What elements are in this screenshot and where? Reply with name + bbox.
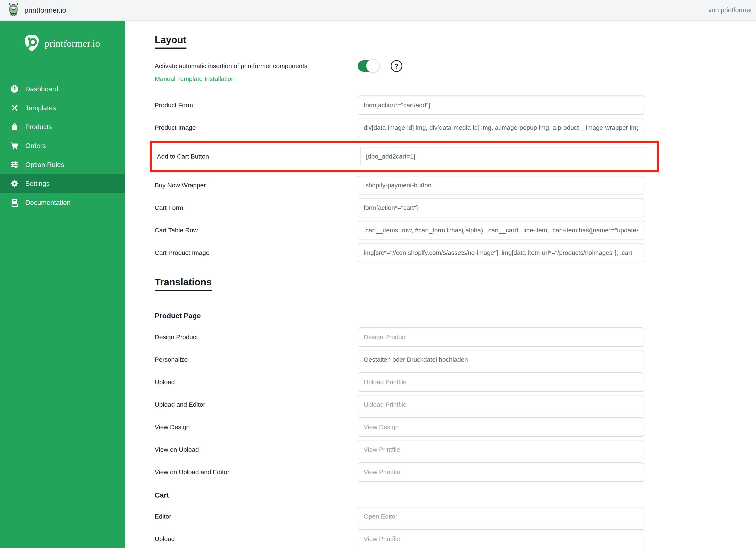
field-label: Personalize [155,356,358,363]
toggle-knob [366,59,380,73]
sidebar: printformer.io Dashboard [0,21,125,548]
sidebar-item-label: Option Rules [25,161,64,169]
form-row-view-on-upload: View on Upload [155,440,756,459]
form-row-view-design: View Design [155,417,756,437]
field-label: Product Form [155,102,358,109]
cart-editor-input[interactable] [358,507,644,526]
gear-icon [10,179,19,188]
view-on-upload-input[interactable] [358,440,644,459]
form-row-product-image: Product Image [155,118,756,137]
field-label: Upload and Editor [155,401,358,408]
translations-section-title: Translations [155,276,212,291]
field-label: View on Upload [155,446,358,453]
form-row-buy-now-wrapper: Buy Now Wrapper [155,176,756,195]
sidebar-item-products[interactable]: Products [0,117,125,136]
sidebar-item-templates[interactable]: Templates [0,98,125,117]
sidebar-brand: printformer.io [0,21,125,53]
header-byline: von printformer [708,6,752,14]
upload-and-editor-input[interactable] [358,395,644,414]
sidebar-item-label: Dashboard [25,85,58,93]
book-icon [10,198,19,207]
sidebar-item-label: Templates [25,104,56,112]
form-row-cart-table-row: Cart Table Row [155,221,756,240]
form-row-upload: Upload [155,372,756,392]
form-row-upload-and-editor: Upload and Editor [155,395,756,414]
sidebar-brand-label: printformer.io [45,38,100,49]
layout-rows: Product Form Product Image Add to Cart B… [155,96,756,263]
field-label: Cart Product Image [155,249,358,256]
personalize-input[interactable] [358,350,644,369]
field-label: Upload [155,378,358,386]
form-row-cart-product-image: Cart Product Image [155,243,756,263]
printformer-logo-icon [23,33,40,53]
sidebar-item-label: Products [25,123,52,131]
group-cart: Cart Editor Upload Upload and Editor [155,491,756,548]
auto-insert-toggle[interactable] [358,60,378,72]
shopping-bag-icon [10,122,19,131]
manual-template-installation-link[interactable]: Manual Template Installation [155,75,235,82]
field-label: Add to Cart Button [157,153,360,160]
sidebar-nav: Dashboard Templates [0,80,125,212]
cart-icon [10,141,19,150]
form-row-product-form: Product Form [155,96,756,115]
view-design-input[interactable] [358,417,644,437]
highlight-frame: Add to Cart Button [150,141,659,172]
field-label: View on Upload and Editor [155,468,358,476]
header-brand: printformer.io [8,3,66,17]
form-row-design-product: Design Product [155,327,756,347]
sidebar-item-orders[interactable]: Orders [0,136,125,155]
product-image-input[interactable] [358,118,644,137]
sidebar-item-label: Settings [25,180,50,188]
field-label: Product Image [155,124,358,131]
main-content: Layout Activate automatic insertion of p… [125,21,756,548]
product-form-input[interactable] [358,96,644,115]
translations-section: Translations Product Page Design Product… [155,276,756,548]
field-label: Cart Form [155,204,358,211]
field-label: Cart Table Row [155,227,358,234]
buy-now-wrapper-input[interactable] [358,176,644,195]
group-product-page: Product Page Design Product Personalize … [155,311,756,482]
field-label: Editor [155,513,358,520]
sliders-icon [10,160,19,169]
sidebar-item-dashboard[interactable]: Dashboard [0,80,125,98]
form-row-view-on-upload-and-editor: View on Upload and Editor [155,462,756,482]
field-label: Buy Now Wrapper [155,182,358,189]
add-to-cart-button-input[interactable] [360,147,646,166]
design-product-input[interactable] [358,327,644,347]
sidebar-item-label: Orders [25,142,46,150]
gauge-icon [10,85,19,93]
app-title: printformer.io [24,6,66,14]
cart-upload-input[interactable] [358,529,644,548]
view-on-upload-and-editor-input[interactable] [358,462,644,482]
form-row-editor: Editor [155,507,756,526]
field-label: Upload [155,535,358,543]
upload-input[interactable] [358,372,644,392]
cart-form-input[interactable] [358,198,644,218]
alien-mascot-icon [8,3,19,17]
group-heading: Product Page [155,311,756,320]
form-row-cart-form: Cart Form [155,198,756,218]
question-circle-icon[interactable]: ? [391,60,402,72]
form-row-personalize: Personalize [155,350,756,369]
group-heading: Cart [155,491,756,499]
sidebar-item-option-rules[interactable]: Option Rules [0,155,125,174]
auto-insert-label: Activate automatic insertion of printfor… [155,62,358,70]
field-label: View Design [155,423,358,431]
auto-insert-toggle-row: Activate automatic insertion of printfor… [155,60,756,72]
form-row-add-to-cart-button: Add to Cart Button [157,147,648,166]
sidebar-item-settings[interactable]: Settings [0,174,125,193]
field-label: Design Product [155,333,358,341]
layout-section-title: Layout [155,34,186,49]
form-row-cart-upload: Upload [155,529,756,548]
cart-table-row-input[interactable] [358,221,644,240]
app-header: printformer.io von printformer [0,0,756,21]
pencil-ruler-icon [10,104,19,112]
sidebar-item-documentation[interactable]: Documentation [0,193,125,212]
sidebar-item-label: Documentation [25,199,71,207]
cart-product-image-input[interactable] [358,243,644,263]
